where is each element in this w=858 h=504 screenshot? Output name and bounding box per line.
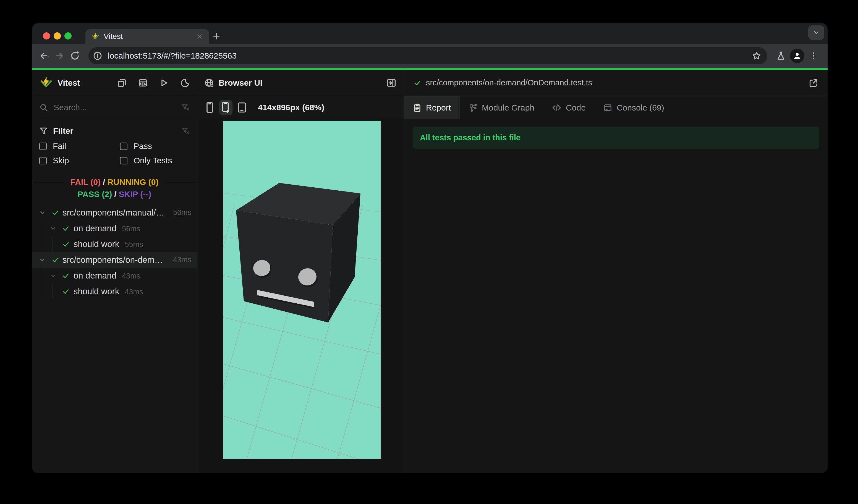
browser-menu-kebab-icon[interactable] — [807, 49, 820, 62]
filter-checkbox-fail[interactable]: Fail — [39, 142, 120, 151]
test-file-tree: src/components/manual/… 56ms on demand56… — [32, 205, 197, 473]
pass-check-icon — [62, 221, 70, 236]
pass-check-icon — [62, 283, 70, 299]
test-duration: 43ms — [173, 256, 191, 264]
zoom-window-button[interactable] — [64, 32, 72, 39]
tree-suite-row[interactable]: on demand56ms — [32, 221, 197, 236]
pass-count: PASS (2) — [78, 190, 112, 199]
forward-button[interactable] — [53, 49, 66, 62]
site-info-icon[interactable] — [91, 49, 104, 62]
tree-file-row[interactable]: src/components/manual/… 56ms — [32, 205, 197, 221]
profile-avatar[interactable] — [790, 49, 804, 63]
stats-line-1: FAIL (0)/RUNNING (0) — [32, 176, 197, 188]
tab-code[interactable]: Code — [543, 96, 594, 119]
test-name: should work — [74, 287, 119, 296]
test-duration: 43ms — [122, 272, 140, 280]
device-phone-small-button[interactable] — [203, 100, 217, 115]
chevron-down-icon[interactable] — [39, 252, 46, 268]
vitest-logo — [39, 77, 53, 89]
chevron-down-icon — [813, 29, 820, 36]
back-button[interactable] — [37, 49, 50, 62]
clipboard-report-icon — [413, 103, 422, 112]
app-title: Vitest — [58, 78, 80, 87]
experiments-flask-icon[interactable] — [775, 49, 787, 62]
reload-button[interactable] — [68, 49, 81, 62]
tree-file-row-selected[interactable]: src/components/on-dema… 43ms — [32, 252, 197, 268]
test-summary-stats: FAIL (0)/RUNNING (0) PASS (2)/SKIP (--) — [32, 172, 197, 205]
pass-check-icon — [51, 205, 59, 221]
fail-count: FAIL (0) — [70, 177, 101, 186]
test-duration: 43ms — [125, 288, 143, 296]
search-input[interactable] — [54, 103, 176, 112]
filter-title: Filter — [53, 126, 73, 136]
open-external-icon[interactable] — [809, 78, 818, 87]
sidebar-header: Vitest — [32, 70, 197, 96]
checkbox-label: Fail — [53, 142, 66, 151]
funnel-icon — [39, 127, 48, 135]
vitest-favicon — [92, 33, 99, 40]
test-file-name: src/components/manual/… — [62, 208, 164, 218]
tab-report[interactable]: Report — [404, 96, 460, 119]
checkbox-box — [120, 157, 127, 164]
tab-close-icon[interactable] — [196, 33, 203, 40]
new-tab-button[interactable] — [212, 32, 221, 40]
suite-name: on demand — [74, 271, 116, 281]
tab-label: Console (69) — [617, 103, 664, 112]
report-header: src/components/on-demand/OnDemand.test.t… — [404, 70, 828, 96]
filter-checkbox-only-tests[interactable]: Only Tests — [120, 156, 190, 165]
checkbox-box — [39, 143, 47, 150]
browser-tab[interactable]: Vitest — [85, 29, 209, 44]
browser-ui-title: Browser UI — [219, 78, 262, 87]
tab-title: Vitest — [104, 32, 192, 41]
chevron-down-icon[interactable] — [50, 268, 57, 283]
search-row — [32, 96, 197, 119]
device-phone-plus-button-selected[interactable] — [219, 100, 233, 115]
test-duration: 56ms — [122, 225, 140, 233]
tree-test-row[interactable]: should work55ms — [32, 236, 197, 252]
browser-toolbar: localhost:5173/#/?file=1828625563 — [32, 44, 828, 68]
address-bar[interactable]: localhost:5173/#/?file=1828625563 — [89, 47, 767, 64]
tab-console[interactable]: Console (69) — [594, 96, 673, 119]
suite-name: on demand — [74, 224, 116, 233]
viewport-3d-scene — [223, 121, 381, 459]
chevron-down-icon[interactable] — [39, 205, 46, 221]
dashboard-icon[interactable] — [138, 78, 148, 87]
chevron-down-icon[interactable] — [50, 221, 57, 236]
code-icon — [552, 103, 561, 112]
tab-module-graph[interactable]: Module Graph — [460, 96, 543, 119]
dock-panel-icon[interactable] — [117, 78, 127, 87]
close-window-button[interactable] — [43, 32, 50, 39]
device-toolbar: 414x896px (68%) — [197, 96, 403, 119]
sidebar: Vitest — [32, 70, 197, 473]
browser-preview-area — [197, 119, 403, 473]
open-in-panel-icon[interactable] — [386, 78, 396, 88]
minimize-window-button[interactable] — [54, 32, 61, 39]
tree-suite-row[interactable]: on demand43ms — [32, 268, 197, 283]
tree-test-row[interactable]: should work43ms — [32, 283, 197, 299]
run-all-play-icon[interactable] — [159, 78, 169, 87]
stats-line-2: PASS (2)/SKIP (--) — [32, 188, 197, 200]
clear-search-filter-icon[interactable] — [181, 103, 190, 112]
bookmark-star-icon[interactable] — [752, 51, 761, 61]
browser-window: Vitest localhost:5173/#/?fi — [32, 23, 828, 473]
search-icon — [39, 103, 48, 112]
clear-filter-icon[interactable] — [181, 127, 190, 135]
tab-search-button[interactable] — [808, 26, 824, 40]
tab-label: Code — [566, 103, 586, 112]
pass-check-icon — [51, 252, 59, 268]
filter-checkbox-skip[interactable]: Skip — [39, 156, 120, 165]
test-viewport-iframe[interactable] — [223, 121, 381, 459]
tab-label: Report — [426, 103, 451, 112]
checkbox-label: Pass — [133, 142, 152, 151]
globe-icon — [204, 78, 214, 88]
browser-ui-panel: Browser UI 414x896px (68%) — [197, 70, 404, 473]
device-tablet-button[interactable] — [235, 100, 249, 115]
dark-mode-moon-icon[interactable] — [180, 78, 190, 87]
skip-count: SKIP (--) — [119, 190, 152, 199]
test-name: should work — [74, 239, 119, 249]
open-file-path: src/components/on-demand/OnDemand.test.t… — [426, 78, 592, 87]
checkbox-label: Only Tests — [133, 156, 172, 165]
vitest-ui: Vitest — [32, 70, 828, 473]
url-text: localhost:5173/#/?file=1828625563 — [108, 51, 748, 61]
filter-checkbox-pass[interactable]: Pass — [120, 142, 190, 151]
